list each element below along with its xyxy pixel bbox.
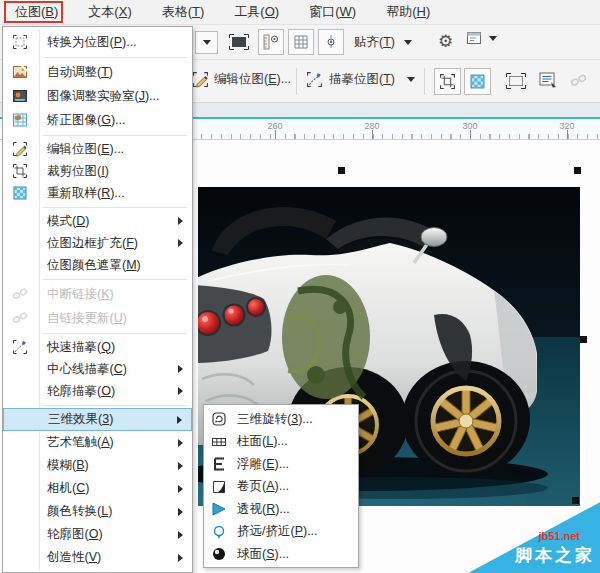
submenu-item-page-curl[interactable]: 卷页(A)... [204,476,358,499]
image-adjustment-lab-icon [12,88,28,104]
edit-bitmap-icon [192,71,209,88]
submenu-arrow-icon [178,439,183,447]
menu-item-mode[interactable]: 模式(D) [3,210,192,232]
emboss-icon [211,456,227,472]
menu-item-update-link: 自链接更新(U) [3,306,192,330]
submenu-arrow-icon [178,554,183,562]
snap-to-button[interactable]: 贴齐(T) [354,34,412,51]
crop-bitmap-icon [439,73,456,90]
menu-item-resample[interactable]: 重新取样(R)... [3,182,192,204]
menu-item-convert-to-bitmap[interactable]: 转换为位图(P)... [3,30,192,54]
crop-bitmap-icon [12,163,28,179]
submenu-item-3d-rotate[interactable]: 三维旋转(3)... [204,408,358,431]
menu-item-straighten-image[interactable]: 矫正图像(G)... [3,108,192,132]
pinch-punch-icon [211,524,227,540]
menu-item-edit-bitmap[interactable]: 编辑位图(E)... [3,138,192,160]
straighten-image-icon [12,112,28,128]
edit-bitmap-icon [12,141,28,157]
dockers-button[interactable] [466,31,497,45]
edit-bitmap-label: 编辑位图(E)... [214,71,291,88]
menu-item-3d-effects[interactable]: 三维效果(3) [3,408,192,431]
chevron-down-icon [404,40,412,45]
perspective-icon [211,501,227,517]
menu-item-inflate-bitmap[interactable]: 位图边框扩充(F) [3,232,192,254]
submenu-arrow-icon [178,462,183,470]
trace-bitmap-button[interactable]: 描摹位图(T) [306,71,415,88]
menu-item-centerline-trace[interactable]: 中心线描摹(C) [3,358,192,380]
submenu-arrow-icon [178,365,183,373]
menu-item-creative[interactable]: 创造性(V) [3,546,192,569]
auto-adjust-icon [12,64,28,80]
submenu-arrow-icon [178,485,183,493]
watermark: jb51.net 脚本之家 [468,496,600,573]
submenu-item-sphere[interactable]: 球面(S)... [204,543,358,566]
3d-effects-submenu: 三维旋转(3)... 柱面(L)... 浮雕(E)... 卷页(A)... 透视… [203,404,359,568]
submenu-arrow-icon [178,217,183,225]
menubar-item-tools[interactable]: 工具(O) [219,0,294,25]
menu-item-contour[interactable]: 轮廓图(O) [3,523,192,546]
menu-item-outline-trace[interactable]: 轮廓描摹(O) [3,380,192,402]
submenu-arrow-icon [178,531,183,539]
show-guidelines-button[interactable] [318,29,344,55]
menu-item-camera[interactable]: 相机(C) [3,477,192,500]
chevron-down-icon [407,77,415,82]
menu-item-custom[interactable]: 自定义(U) [3,569,192,573]
rulers-icon [262,33,280,51]
menu-item-break-link: 中断链接(K) [3,282,192,306]
break-link-icon [12,286,28,302]
chevron-down-icon [203,40,211,45]
submenu-arrow-icon [178,508,183,516]
menu-item-crop-bitmap[interactable]: 裁剪位图(I) [3,160,192,182]
submenu-item-cylinder[interactable]: 柱面(L)... [204,431,358,454]
menubar-item-text[interactable]: 文本(X) [73,0,146,25]
menubar-item-bitmap[interactable]: 位图(B) [0,0,73,25]
crop-bitmap-button[interactable] [434,68,461,95]
submenu-item-pinch-punch[interactable]: 挤远/挤近(P)... [204,521,358,544]
menubar-item-window[interactable]: 窗口(W) [294,0,371,25]
selection-handle[interactable] [580,336,587,343]
menu-item-quick-trace[interactable]: 快速描摹(Q) [3,336,192,358]
menu-item-image-adjustment-lab[interactable]: 图像调整实验室(J)... [3,84,192,108]
submenu-item-emboss[interactable]: 浮雕(E)... [204,453,358,476]
resample-bitmap-button[interactable] [464,68,491,95]
menubar-item-help[interactable]: 帮助(H) [371,0,445,25]
break-link-icon [570,72,587,89]
watermark-site: jb51.net [538,530,580,542]
chevron-down-icon [489,36,497,41]
submenu-arrow-icon [178,387,183,395]
menu-item-color-transform[interactable]: 颜色转换(L) [3,500,192,523]
docker-panel-icon [466,31,482,45]
quick-trace-icon [12,339,28,355]
bitmap-menu-dropdown: 转换为位图(P)... 自动调整(T) 图像调整实验室(J)... 矫正图像(G… [2,26,193,573]
coreldraw-window: 位图(B) 文本(X) 表格(T) 工具(O) 窗口(W) 帮助(H) 贴齐(T… [0,0,600,573]
options-gear-icon[interactable]: ⚙ [438,33,453,50]
submenu-item-perspective[interactable]: 透视(R)... [204,498,358,521]
3d-rotate-icon [211,411,227,427]
trace-bitmap-label: 描摹位图(T) [329,71,395,88]
menubar-item-table[interactable]: 表格(T) [147,0,220,25]
show-rulers-button[interactable] [258,29,284,55]
show-grid-button[interactable] [288,29,314,55]
menu-item-auto-adjust[interactable]: 自动调整(T) [3,60,192,84]
guidelines-icon [322,33,340,51]
selection-handle[interactable] [574,167,581,174]
submenu-arrow-icon [178,239,183,247]
grid-icon [292,33,310,51]
submenu-arrow-icon [177,416,182,424]
selection-handle[interactable] [338,167,345,174]
edit-bitmap-button[interactable]: 编辑位图(E)... [192,71,291,88]
toolbar-combo-button[interactable] [195,31,218,54]
menu-item-blur[interactable]: 模糊(B) [3,454,192,477]
bitmap-frame-icon[interactable] [228,33,250,51]
bitmap-bounds-icon[interactable] [505,72,527,90]
page-curl-icon [211,479,227,495]
trace-bitmap-icon [306,71,323,88]
watermark-name: 脚本之家 [515,544,595,567]
cylinder-icon [211,434,227,450]
snap-to-label: 贴齐(T) [354,34,395,51]
menu-item-art-strokes[interactable]: 艺术笔触(A) [3,431,192,454]
menu-item-bitmap-color-mask[interactable]: 位图颜色遮罩(M) [3,254,192,276]
bitmap-options-icon[interactable] [538,71,558,89]
menu-bar: 位图(B) 文本(X) 表格(T) 工具(O) 窗口(W) 帮助(H) [0,0,600,25]
resample-icon [12,185,28,201]
